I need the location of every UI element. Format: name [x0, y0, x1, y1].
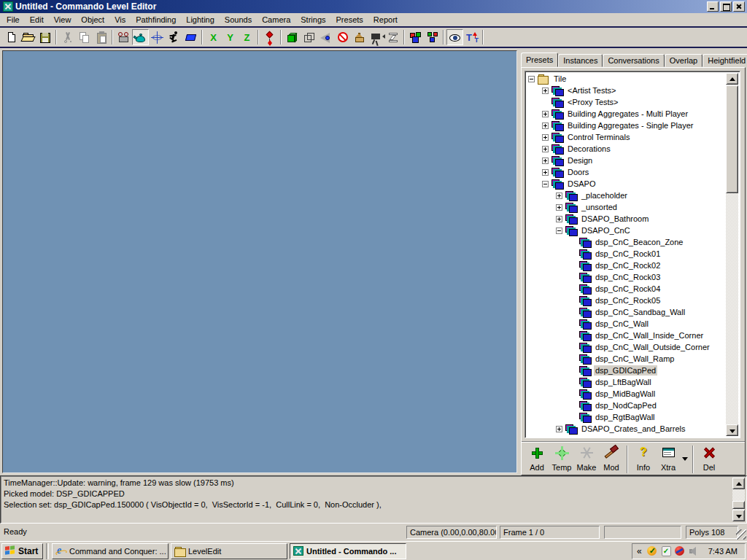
tree-item[interactable]: dsp_CnC_Rock01 [527, 248, 726, 260]
tree-item[interactable]: dsp_CnC_Wall_Inside_Corner [527, 330, 726, 341]
open-file-button[interactable] [20, 29, 36, 45]
tree-item[interactable]: _unsorted [527, 201, 726, 213]
tree-item[interactable]: dsp_CnC_Rock05 [527, 295, 726, 306]
expand-icon[interactable] [542, 122, 549, 129]
make-button[interactable]: Make [574, 446, 599, 473]
tree-item[interactable]: dsp_MidBagWall [527, 388, 726, 400]
expand-icon[interactable] [542, 146, 549, 152]
tree-item[interactable]: dsp_CnC_Rock04 [527, 283, 726, 295]
orbit-mode-button[interactable] [149, 29, 166, 45]
collapse-icon[interactable] [542, 181, 549, 187]
tree-item[interactable]: Control Terminals [527, 131, 726, 143]
menu-sounds[interactable]: Sounds [220, 13, 257, 26]
resize-grip[interactable] [736, 529, 746, 540]
no-occluder-button[interactable] [334, 29, 351, 45]
tree-item[interactable]: dsp_GDICapPed [527, 365, 726, 376]
tree-item[interactable]: Building Aggregates - Single Player [527, 120, 726, 131]
del-button[interactable]: Del [697, 446, 721, 473]
expand-icon[interactable] [556, 426, 562, 432]
scrollbar-thumb[interactable] [726, 85, 738, 193]
vis-camera-button[interactable] [317, 29, 334, 45]
solid-view-button[interactable] [284, 29, 301, 45]
menu-lighting[interactable]: Lighting [181, 13, 220, 26]
tab-overlap[interactable]: Overlap [665, 54, 703, 67]
xtra-dropdown-button[interactable] [681, 446, 689, 473]
walkthrough-mode-button[interactable] [166, 29, 182, 45]
tree-item[interactable]: DSAPO_Bathroom [527, 213, 726, 225]
menu-presets[interactable]: Presets [331, 13, 368, 26]
expand-icon[interactable] [556, 216, 562, 222]
tray-expand-button[interactable]: « [637, 546, 643, 556]
maximize-button[interactable] [720, 1, 732, 12]
add-button[interactable]: Add [525, 446, 549, 473]
save-button[interactable] [36, 29, 53, 45]
menu-object[interactable]: Object [76, 13, 109, 26]
axis-x-button[interactable] [205, 29, 222, 45]
drop-object-button[interactable] [261, 29, 278, 45]
tree-item[interactable]: <Artist Tests> [527, 85, 726, 96]
tree-item[interactable]: dsp_CnC_Wall_Outside_Corner [527, 341, 726, 353]
scroll-down-button[interactable] [726, 424, 738, 436]
tree-item[interactable]: DSAPO [527, 178, 726, 190]
taskbar-clock[interactable]: 7:43 AM [708, 547, 738, 556]
tab-heightfield[interactable]: Heightfield [703, 54, 747, 67]
app-icon[interactable] [3, 1, 13, 12]
expand-icon[interactable] [542, 158, 549, 164]
menu-report[interactable]: Report [368, 13, 403, 26]
wireframe-view-button[interactable] [301, 29, 317, 45]
mod-button[interactable]: Mod [599, 446, 624, 473]
tree-item[interactable]: Decorations [527, 143, 726, 155]
menu-camera[interactable]: Camera [257, 13, 295, 26]
expand-icon[interactable] [542, 134, 549, 141]
expand-icon[interactable] [556, 204, 562, 211]
scroll-up-button[interactable] [732, 478, 745, 489]
viewport-3d[interactable] [2, 50, 517, 473]
tree-item[interactable]: dsp_CnC_Sandbag_Wall [527, 306, 726, 318]
tree-item[interactable]: <Proxy Tests> [527, 96, 726, 108]
cut-button[interactable] [59, 29, 76, 45]
tree-item[interactable]: dsp_CnC_Wall_Ramp [527, 353, 726, 365]
volume-icon[interactable] [688, 545, 700, 557]
menu-view[interactable]: View [49, 13, 77, 26]
copy-button[interactable] [76, 29, 93, 45]
object-mode-button[interactable] [132, 29, 149, 45]
task-button[interactable]: LevelEdit [171, 543, 287, 559]
av-icon[interactable] [674, 545, 686, 557]
tab-conversations[interactable]: Conversations [603, 54, 664, 67]
badge-icon[interactable] [660, 545, 672, 557]
menu-file[interactable]: File [1, 13, 25, 26]
info-button[interactable]: Info [631, 446, 656, 473]
tab-presets[interactable]: Presets [521, 52, 558, 67]
expand-icon[interactable] [542, 169, 549, 176]
axis-y-button[interactable] [222, 29, 239, 45]
menu-pathfinding[interactable]: Pathfinding [131, 13, 181, 26]
task-button[interactable]: Untitled - Commando ... [290, 543, 406, 559]
tree-item[interactable]: dsp_LftBagWall [527, 376, 726, 388]
tree-item[interactable]: DSAPO_CnC [527, 225, 726, 236]
z-polygon-button[interactable] [384, 29, 401, 45]
scroll-down-button[interactable] [732, 510, 745, 521]
task-button[interactable]: Command and Conquer: ... [52, 543, 169, 559]
tree-item[interactable]: Building Aggregates - Multi Player [527, 108, 726, 120]
axis-z-button[interactable] [239, 29, 255, 45]
tree-item[interactable]: Design [527, 155, 726, 166]
temp-button[interactable]: Temp [549, 446, 574, 473]
new-file-button[interactable] [3, 29, 20, 45]
tree-item[interactable]: Doors [527, 166, 726, 178]
waypath-button[interactable] [182, 29, 199, 45]
expand-icon[interactable] [542, 88, 549, 94]
tree-item[interactable]: DSAPO_Crates_and_Barrels [527, 423, 726, 435]
expand-icon[interactable] [556, 192, 562, 199]
text-size-button[interactable] [463, 29, 480, 45]
tree-scrollbar[interactable] [726, 73, 738, 436]
tree-item[interactable]: dsp_CnC_Wall [527, 318, 726, 330]
menu-edit[interactable]: Edit [25, 13, 49, 26]
log-scrollbar[interactable] [732, 478, 745, 521]
taskbar-divider[interactable] [46, 543, 49, 559]
camera-mode-button[interactable] [115, 29, 132, 45]
eye-toggle-button[interactable] [446, 29, 463, 45]
tree-item[interactable]: dsp_CnC_Beacon_Zone [527, 236, 726, 248]
collapse-icon[interactable] [556, 228, 562, 234]
tree-item[interactable]: dsp_CnC_Rock03 [527, 271, 726, 283]
menu-vis[interactable]: Vis [109, 13, 131, 26]
